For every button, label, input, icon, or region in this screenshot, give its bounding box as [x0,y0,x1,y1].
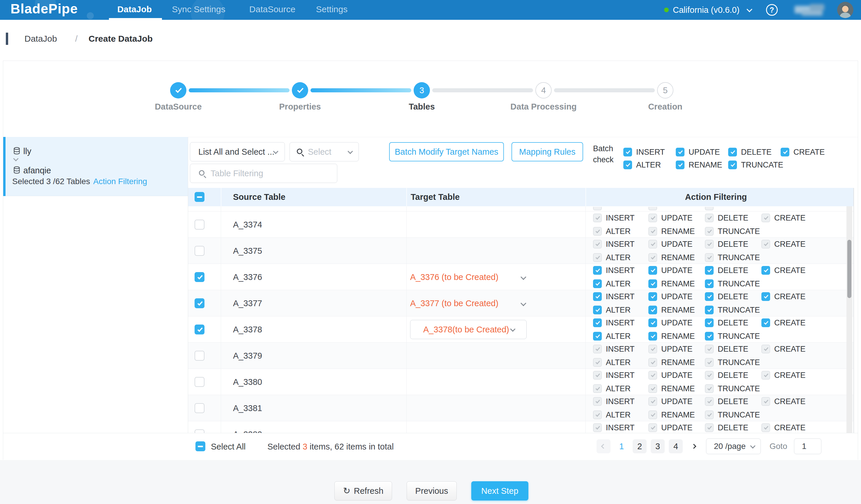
select-all-header-checkbox[interactable] [194,192,204,202]
action-create-label: CREATE [774,345,806,353]
action-rename-checkbox[interactable] [648,305,657,314]
action-insert-checkbox[interactable] [593,292,602,301]
table-filter-input[interactable]: Table Filtering [190,164,337,183]
action-filtering-link[interactable]: Action Filtering [93,177,147,186]
source-table-cell: A_3375 [233,238,262,264]
breadcrumb-parent[interactable]: DataJob [25,32,57,45]
action-insert-checkbox[interactable] [593,266,602,275]
action-delete-checkbox[interactable] [705,266,714,275]
action-update-label: UPDATE [661,318,693,327]
action-delete-label: DELETE [718,371,748,380]
action-alter-checkbox [593,358,602,367]
table-row: A_3376 A_3376 (to be Created) INSERTUPDA… [188,264,853,290]
nav-item-datajob[interactable]: DataJob [118,0,152,18]
action-rename-label: RENAME [661,305,695,314]
table-filter-placeholder: Table Filtering [210,164,263,183]
action-delete-label: DELETE [718,266,748,275]
row-checkbox[interactable] [194,220,204,230]
batch-update-checkbox[interactable] [676,148,684,156]
action-alter-checkbox[interactable] [593,332,602,341]
action-insert-label: INSERT [606,371,635,380]
target-table-value[interactable]: A_3376 (to be Created) [410,264,498,290]
action-create-checkbox[interactable] [761,292,770,301]
batch-delete-label: DELETE [741,148,771,156]
batch-create-checkbox[interactable] [781,148,789,156]
action-delete-checkbox [705,345,714,353]
action-create-checkbox[interactable] [761,318,770,327]
pagination-prev-button[interactable] [597,439,611,453]
action-rename-checkbox[interactable] [648,332,657,341]
batch-delete-checkbox[interactable] [728,148,737,156]
batch-truncate-checkbox[interactable] [728,161,737,169]
batch-alter-checkbox[interactable] [623,161,632,169]
region-version-selector[interactable]: California (v0.6.0) [673,0,740,20]
page-size-value: 20 /page [714,439,746,454]
row-checkbox[interactable] [194,351,204,361]
chevron-down-icon [520,300,526,306]
next-step-button[interactable]: Next Step [471,481,528,501]
selected-count: 3 [303,442,307,451]
action-alter-checkbox[interactable] [593,280,602,288]
row-checkbox[interactable] [194,298,204,308]
action-update-label: UPDATE [661,371,693,380]
action-delete-checkbox[interactable] [705,292,714,301]
action-insert-checkbox[interactable] [593,318,602,327]
breadcrumb-accent-bar [6,32,8,45]
table-scrollbar-thumb[interactable] [847,240,851,298]
action-update-checkbox[interactable] [648,318,657,327]
database-icon [13,147,21,156]
nav-decoration-circle [87,12,94,19]
target-table-value[interactable]: A_3377 (to be Created) [410,290,498,316]
source-table-cell: A_3380 [233,369,262,395]
pagination-page-1[interactable]: 1 [615,439,629,453]
action-truncate-checkbox [705,384,714,393]
action-alter-checkbox[interactable] [593,305,602,314]
action-alter-checkbox [593,410,602,419]
nav-item-sync-settings[interactable]: Sync Settings [172,0,225,18]
action-alter-label: ALTER [606,280,631,288]
action-truncate-checkbox[interactable] [705,280,714,288]
help-icon[interactable]: ? [766,4,778,16]
target-table-select[interactable]: A_3378(to be Created) [410,320,527,339]
action-update-checkbox[interactable] [648,292,657,301]
action-alter-checkbox [593,227,602,236]
row-checkbox[interactable] [194,377,204,387]
pagination-next-button[interactable] [687,439,701,453]
nav-item-settings[interactable]: Settings [316,0,347,18]
refresh-button[interactable]: ↻ Refresh [334,481,392,501]
action-truncate-checkbox [705,227,714,236]
pagination-page-3[interactable]: 3 [651,439,665,453]
chevron-down-icon [520,274,526,280]
goto-page-input[interactable]: 1 [794,438,821,454]
page-size-select[interactable]: 20 /page [706,438,761,454]
action-insert-checkbox [593,397,602,406]
row-checkbox[interactable] [194,246,204,256]
batch-modify-target-names-button[interactable]: Batch Modify Target Names [389,142,504,161]
action-create-checkbox[interactable] [761,266,770,275]
pagination-page-4[interactable]: 4 [669,439,683,453]
chevron-down-icon [347,149,353,154]
row-checkbox[interactable] [194,325,204,335]
database-icon [13,166,21,175]
row-checkbox[interactable] [194,272,204,282]
previous-button[interactable]: Previous [407,481,457,501]
table-row: A_3380 INSERTUPDATEDELETECREATEALTERRENA… [188,369,853,395]
select-all-footer-checkbox[interactable] [195,441,205,451]
batch-insert-checkbox[interactable] [623,148,632,156]
schema-select[interactable]: Select [289,142,359,161]
mapping-rules-button[interactable]: Mapping Rules [511,142,583,161]
action-truncate-checkbox[interactable] [705,305,714,314]
nav-item-datasource[interactable]: DataSource [249,0,295,18]
action-update-checkbox[interactable] [648,266,657,275]
row-checkbox[interactable] [194,403,204,413]
action-rename-checkbox[interactable] [648,280,657,288]
action-insert-checkbox [593,371,602,380]
action-delete-checkbox[interactable] [705,318,714,327]
action-create-label: CREATE [774,397,806,406]
batch-rename-checkbox[interactable] [676,161,684,169]
source-table-cell: A_3378 [233,316,262,343]
list-mode-select[interactable]: List All and Select ... [190,142,285,161]
action-truncate-checkbox[interactable] [705,332,714,341]
user-avatar[interactable] [837,2,853,18]
pagination-page-2[interactable]: 2 [633,439,647,453]
